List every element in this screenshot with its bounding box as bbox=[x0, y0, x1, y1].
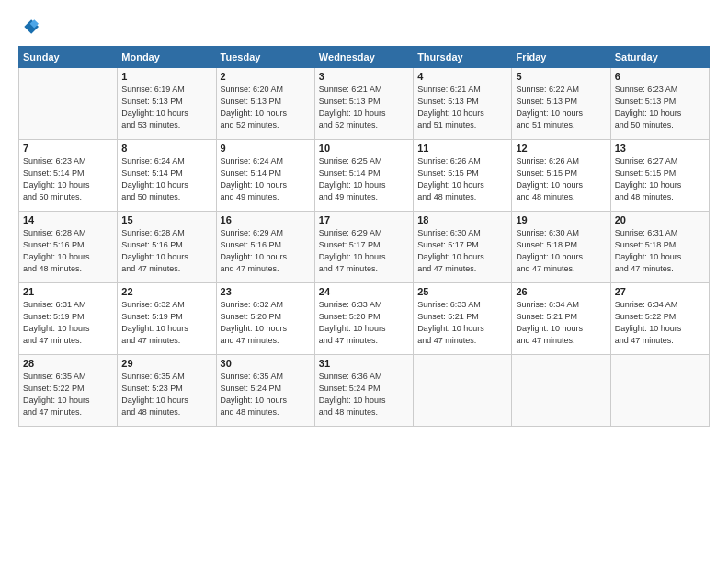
day-info: Sunrise: 6:20 AM Sunset: 5:13 PM Dayligh… bbox=[221, 84, 311, 132]
calendar-cell: 6Sunrise: 6:23 AM Sunset: 5:13 PM Daylig… bbox=[610, 68, 709, 140]
day-info: Sunrise: 6:36 AM Sunset: 5:24 PM Dayligh… bbox=[319, 371, 409, 419]
calendar-cell: 7Sunrise: 6:23 AM Sunset: 5:14 PM Daylig… bbox=[19, 140, 118, 212]
calendar-cell bbox=[512, 355, 610, 427]
calendar-cell: 15Sunrise: 6:28 AM Sunset: 5:16 PM Dayli… bbox=[118, 212, 216, 283]
day-number: 5 bbox=[516, 71, 606, 82]
day-number: 26 bbox=[516, 286, 606, 297]
day-info: Sunrise: 6:26 AM Sunset: 5:15 PM Dayligh… bbox=[516, 155, 606, 203]
day-info: Sunrise: 6:34 AM Sunset: 5:22 PM Dayligh… bbox=[615, 299, 705, 347]
calendar-cell bbox=[610, 355, 709, 427]
day-info: Sunrise: 6:33 AM Sunset: 5:21 PM Dayligh… bbox=[417, 299, 507, 347]
day-header-monday: Monday bbox=[118, 47, 216, 68]
day-info: Sunrise: 6:24 AM Sunset: 5:14 PM Dayligh… bbox=[121, 155, 211, 203]
week-row-2: 7Sunrise: 6:23 AM Sunset: 5:14 PM Daylig… bbox=[19, 140, 710, 212]
header-row: SundayMondayTuesdayWednesdayThursdayFrid… bbox=[19, 47, 710, 68]
day-header-wednesday: Wednesday bbox=[314, 47, 413, 68]
day-info: Sunrise: 6:21 AM Sunset: 5:13 PM Dayligh… bbox=[319, 84, 409, 132]
day-info: Sunrise: 6:31 AM Sunset: 5:18 PM Dayligh… bbox=[615, 227, 705, 275]
calendar-cell bbox=[19, 68, 118, 140]
calendar-cell: 10Sunrise: 6:25 AM Sunset: 5:14 PM Dayli… bbox=[314, 140, 413, 212]
day-number: 21 bbox=[23, 286, 113, 297]
day-number: 7 bbox=[23, 143, 113, 154]
calendar-cell: 3Sunrise: 6:21 AM Sunset: 5:13 PM Daylig… bbox=[314, 68, 413, 140]
calendar-cell: 31Sunrise: 6:36 AM Sunset: 5:24 PM Dayli… bbox=[314, 355, 413, 427]
day-number: 29 bbox=[121, 358, 211, 369]
day-info: Sunrise: 6:30 AM Sunset: 5:17 PM Dayligh… bbox=[417, 227, 507, 275]
day-number: 23 bbox=[221, 286, 311, 297]
logo-icon bbox=[18, 17, 39, 37]
calendar-cell: 9Sunrise: 6:24 AM Sunset: 5:14 PM Daylig… bbox=[216, 140, 314, 212]
calendar-cell: 21Sunrise: 6:31 AM Sunset: 5:19 PM Dayli… bbox=[19, 283, 118, 355]
day-number: 4 bbox=[417, 71, 507, 82]
week-row-1: 1Sunrise: 6:19 AM Sunset: 5:13 PM Daylig… bbox=[19, 68, 710, 140]
day-header-sunday: Sunday bbox=[19, 47, 118, 68]
calendar-cell: 25Sunrise: 6:33 AM Sunset: 5:21 PM Dayli… bbox=[414, 283, 512, 355]
day-info: Sunrise: 6:32 AM Sunset: 5:19 PM Dayligh… bbox=[121, 299, 211, 347]
day-number: 20 bbox=[615, 214, 705, 225]
calendar-cell: 2Sunrise: 6:20 AM Sunset: 5:13 PM Daylig… bbox=[216, 68, 314, 140]
day-info: Sunrise: 6:23 AM Sunset: 5:13 PM Dayligh… bbox=[615, 84, 705, 132]
day-number: 18 bbox=[417, 214, 507, 225]
calendar-cell: 4Sunrise: 6:21 AM Sunset: 5:13 PM Daylig… bbox=[414, 68, 512, 140]
day-info: Sunrise: 6:28 AM Sunset: 5:16 PM Dayligh… bbox=[121, 227, 211, 275]
calendar-cell bbox=[414, 355, 512, 427]
day-header-tuesday: Tuesday bbox=[216, 47, 314, 68]
calendar-table: SundayMondayTuesdayWednesdayThursdayFrid… bbox=[18, 46, 710, 427]
day-info: Sunrise: 6:24 AM Sunset: 5:14 PM Dayligh… bbox=[221, 155, 311, 203]
day-info: Sunrise: 6:35 AM Sunset: 5:23 PM Dayligh… bbox=[121, 371, 211, 419]
calendar-cell: 5Sunrise: 6:22 AM Sunset: 5:13 PM Daylig… bbox=[512, 68, 610, 140]
day-number: 31 bbox=[319, 358, 409, 369]
day-number: 9 bbox=[221, 143, 311, 154]
day-number: 16 bbox=[221, 214, 311, 225]
calendar-cell: 29Sunrise: 6:35 AM Sunset: 5:23 PM Dayli… bbox=[118, 355, 216, 427]
day-number: 24 bbox=[319, 286, 409, 297]
day-header-thursday: Thursday bbox=[414, 47, 512, 68]
calendar-body: 1Sunrise: 6:19 AM Sunset: 5:13 PM Daylig… bbox=[19, 68, 710, 427]
calendar-cell: 20Sunrise: 6:31 AM Sunset: 5:18 PM Dayli… bbox=[610, 212, 709, 283]
day-number: 13 bbox=[615, 143, 705, 154]
calendar-cell: 8Sunrise: 6:24 AM Sunset: 5:14 PM Daylig… bbox=[118, 140, 216, 212]
calendar-cell: 16Sunrise: 6:29 AM Sunset: 5:16 PM Dayli… bbox=[216, 212, 314, 283]
day-number: 10 bbox=[319, 143, 409, 154]
day-number: 14 bbox=[23, 214, 113, 225]
calendar-cell: 24Sunrise: 6:33 AM Sunset: 5:20 PM Dayli… bbox=[314, 283, 413, 355]
day-info: Sunrise: 6:23 AM Sunset: 5:14 PM Dayligh… bbox=[23, 155, 113, 203]
day-number: 3 bbox=[319, 71, 409, 82]
week-row-4: 21Sunrise: 6:31 AM Sunset: 5:19 PM Dayli… bbox=[19, 283, 710, 355]
day-info: Sunrise: 6:28 AM Sunset: 5:16 PM Dayligh… bbox=[23, 227, 113, 275]
calendar-cell: 13Sunrise: 6:27 AM Sunset: 5:15 PM Dayli… bbox=[610, 140, 709, 212]
day-info: Sunrise: 6:30 AM Sunset: 5:18 PM Dayligh… bbox=[516, 227, 606, 275]
week-row-5: 28Sunrise: 6:35 AM Sunset: 5:22 PM Dayli… bbox=[19, 355, 710, 427]
day-info: Sunrise: 6:21 AM Sunset: 5:13 PM Dayligh… bbox=[417, 84, 507, 132]
day-number: 27 bbox=[615, 286, 705, 297]
day-header-saturday: Saturday bbox=[610, 47, 709, 68]
day-info: Sunrise: 6:33 AM Sunset: 5:20 PM Dayligh… bbox=[319, 299, 409, 347]
calendar-cell: 26Sunrise: 6:34 AM Sunset: 5:21 PM Dayli… bbox=[512, 283, 610, 355]
day-info: Sunrise: 6:29 AM Sunset: 5:16 PM Dayligh… bbox=[221, 227, 311, 275]
day-info: Sunrise: 6:26 AM Sunset: 5:15 PM Dayligh… bbox=[417, 155, 507, 203]
calendar-cell: 12Sunrise: 6:26 AM Sunset: 5:15 PM Dayli… bbox=[512, 140, 610, 212]
day-number: 25 bbox=[417, 286, 507, 297]
day-number: 17 bbox=[319, 214, 409, 225]
day-number: 1 bbox=[121, 71, 211, 82]
day-number: 8 bbox=[121, 143, 211, 154]
day-info: Sunrise: 6:35 AM Sunset: 5:22 PM Dayligh… bbox=[23, 371, 113, 419]
calendar-cell: 18Sunrise: 6:30 AM Sunset: 5:17 PM Dayli… bbox=[414, 212, 512, 283]
day-info: Sunrise: 6:31 AM Sunset: 5:19 PM Dayligh… bbox=[23, 299, 113, 347]
logo bbox=[18, 17, 42, 37]
day-info: Sunrise: 6:22 AM Sunset: 5:13 PM Dayligh… bbox=[516, 84, 606, 132]
calendar-cell: 19Sunrise: 6:30 AM Sunset: 5:18 PM Dayli… bbox=[512, 212, 610, 283]
day-info: Sunrise: 6:34 AM Sunset: 5:21 PM Dayligh… bbox=[516, 299, 606, 347]
calendar-cell: 27Sunrise: 6:34 AM Sunset: 5:22 PM Dayli… bbox=[610, 283, 709, 355]
calendar-cell: 22Sunrise: 6:32 AM Sunset: 5:19 PM Dayli… bbox=[118, 283, 216, 355]
day-info: Sunrise: 6:29 AM Sunset: 5:17 PM Dayligh… bbox=[319, 227, 409, 275]
calendar-cell: 1Sunrise: 6:19 AM Sunset: 5:13 PM Daylig… bbox=[118, 68, 216, 140]
calendar-cell: 17Sunrise: 6:29 AM Sunset: 5:17 PM Dayli… bbox=[314, 212, 413, 283]
day-number: 19 bbox=[516, 214, 606, 225]
day-number: 22 bbox=[121, 286, 211, 297]
day-info: Sunrise: 6:35 AM Sunset: 5:24 PM Dayligh… bbox=[221, 371, 311, 419]
day-info: Sunrise: 6:27 AM Sunset: 5:15 PM Dayligh… bbox=[615, 155, 705, 203]
day-number: 30 bbox=[221, 358, 311, 369]
calendar-cell: 14Sunrise: 6:28 AM Sunset: 5:16 PM Dayli… bbox=[19, 212, 118, 283]
day-number: 12 bbox=[516, 143, 606, 154]
